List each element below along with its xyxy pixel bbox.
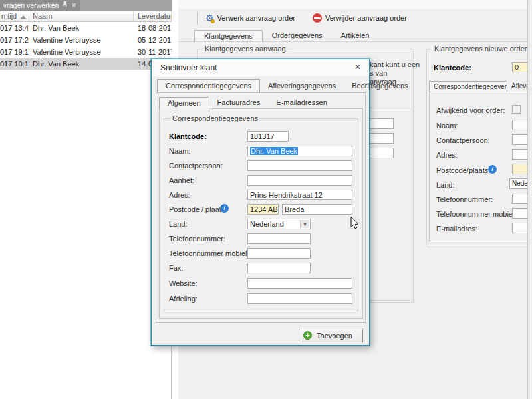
cell-date: 18-08-2017: [134, 22, 172, 34]
subtab-algemeen[interactable]: Algemeen: [159, 97, 209, 109]
emailadres-field[interactable]: [512, 223, 527, 233]
instruction-text-fragment: kant kunt u een: [370, 61, 420, 69]
adres-label: Adres:: [436, 151, 458, 159]
cell-time: 017 19:17: [0, 46, 29, 58]
close-icon[interactable]: ✕: [354, 63, 361, 72]
dialog-titlebar[interactable]: Snelinvoer klant ✕: [152, 59, 369, 76]
naam-label: Naam:: [436, 122, 458, 130]
land-combobox[interactable]: Nederland: [509, 178, 527, 189]
column-header-leverdatum[interactable]: Leverdatum: [134, 11, 172, 22]
add-button-label: Toevoegen: [312, 332, 362, 340]
right-edge-strip[interactable]: [527, 0, 532, 399]
adres-label: Adres:: [169, 191, 190, 199]
adres-field[interactable]: [512, 149, 527, 160]
land-label: Land:: [436, 181, 455, 189]
fax-field[interactable]: [247, 263, 311, 273]
subtab-factuuradres[interactable]: Factuuradres: [209, 97, 269, 109]
toolbar: ⚙ Verwerk aanvraag order Verwijder aanvr…: [178, 9, 527, 27]
column-header-naam[interactable]: Naam: [29, 11, 134, 22]
info-icon[interactable]: i: [488, 165, 497, 174]
postcode-field[interactable]: [512, 164, 527, 174]
cell-date: 05-12-2017: [134, 34, 172, 46]
tab-afleveringsgegevens[interactable]: Afleveringsgegevens: [507, 81, 527, 92]
naam-field[interactable]: [512, 120, 527, 130]
telefoonnummer-mobiel-field[interactable]: [512, 208, 527, 219]
afdeling-field[interactable]: [247, 293, 352, 304]
process-request-label: Verwerk aanvraag order: [217, 14, 295, 22]
telefoonnummer-label: Telefoonnummer:: [169, 235, 225, 243]
document-tab-aanvragen-verwerken[interactable]: vragen verwerken ✕: [0, 0, 80, 11]
table-row[interactable]: 017 17:20 Valentine Vercruysse 05-12-201…: [0, 34, 172, 46]
klantcode-label: Klantcode:: [169, 132, 207, 140]
gears-icon: ⚙: [205, 13, 214, 23]
add-button[interactable]: + Toevoegen: [299, 329, 363, 342]
tab-correspondentiegegevens[interactable]: Correspondentiegegevens: [157, 79, 260, 93]
emailadres-label: E-mailadres:: [436, 225, 477, 233]
pin-icon[interactable]: [62, 0, 68, 11]
tab-bedrijfsgegevens[interactable]: Bedrijfsgegevens: [344, 79, 416, 93]
tab-klantgegevens[interactable]: Klantgegevens: [194, 30, 263, 41]
klantcode-field[interactable]: 0: [512, 62, 527, 72]
cell-name: Valentine Vercruysse: [29, 46, 134, 58]
cell-time: 017 10:11: [0, 58, 29, 70]
no-entry-icon: [313, 13, 322, 23]
telefoonnummer-field[interactable]: [247, 233, 311, 244]
main-top-strip: [178, 0, 527, 9]
info-icon[interactable]: i: [220, 204, 229, 213]
selected-text: Dhr. Van Beek: [250, 147, 298, 155]
document-tabstrip: vragen verwerken ✕: [0, 0, 172, 11]
tab-correspondentiegegevens[interactable]: Correspondentiegegevens: [429, 81, 507, 92]
table-row[interactable]: 017 13:46 Dhr. Van Beek 18-08-2017: [0, 22, 172, 34]
telefoonnummer-label: Telefoonnummer:: [436, 196, 493, 203]
postcode-plaats-label: Postcode / plaats:: [169, 205, 227, 213]
request-group-title: Klantgegevens aanvraag: [203, 45, 288, 53]
aanhef-field[interactable]: [247, 175, 352, 186]
afwijkend-label: Afwijkend voor order:: [436, 106, 505, 114]
klantcode-field[interactable]: 181317: [247, 131, 289, 142]
website-field[interactable]: [247, 278, 352, 289]
table-row-selected[interactable]: 017 10:11 Dhr. Van Beek 14-0: [0, 58, 172, 70]
postcode-field[interactable]: 1234 AB: [247, 204, 279, 215]
afdeling-label: Afdeling:: [169, 295, 198, 303]
telefoonnummer-mobiel-label: Telefoonnummer mobiel:: [436, 210, 516, 218]
telefoonnummer-mobiel-label: Telefoonnummer mobiel:: [169, 249, 249, 257]
land-combobox[interactable]: Nederland▾: [247, 219, 311, 229]
telefoonnummer-mobiel-field[interactable]: [247, 248, 311, 259]
main-tabstrip: Klantgegevens Ordergegevens Artikelen: [194, 30, 378, 41]
document-tab-label: vragen verwerken: [3, 0, 59, 11]
tab-ordergegevens[interactable]: Ordergegevens: [263, 30, 332, 41]
tab-artikelen[interactable]: Artikelen: [332, 30, 379, 41]
land-label: Land:: [169, 220, 188, 228]
toolbar-separator: [197, 11, 198, 25]
postcode-plaats-label: Postcode/plaats:: [436, 166, 490, 174]
plaats-field[interactable]: Breda: [282, 204, 352, 215]
contactpersoon-field[interactable]: [247, 160, 352, 171]
chevron-down-icon[interactable]: ▾: [300, 220, 309, 228]
contactpersoon-field[interactable]: [512, 134, 527, 145]
correspondence-group-title: Correspondentiegegevens: [170, 114, 260, 122]
cell-name: Valentine Vercruysse: [29, 34, 134, 46]
table-body: 017 13:46 Dhr. Van Beek 18-08-2017 017 1…: [0, 22, 172, 70]
aanhef-label: Aanhef:: [169, 176, 194, 184]
fax-label: Fax:: [169, 264, 183, 272]
naam-field[interactable]: Dhr. Van Beek: [247, 146, 352, 156]
close-icon[interactable]: ✕: [71, 0, 76, 11]
afwijkend-checkbox[interactable]: [512, 105, 521, 114]
adres-field[interactable]: Prins Hendrikstraat 12: [247, 190, 352, 200]
plus-icon: +: [303, 331, 312, 340]
subtab-emailadressen[interactable]: E-mailadressen: [268, 97, 334, 109]
contactpersoon-label: Contactpersoon:: [436, 136, 490, 144]
telefoonnummer-field[interactable]: [512, 194, 527, 204]
column-header-tijd[interactable]: n tijd: [0, 11, 29, 22]
mouse-cursor: [350, 217, 360, 231]
delete-request-label: Verwijder aanvraag order: [325, 14, 407, 22]
cell-date: 30-11-2017: [134, 46, 172, 58]
delete-request-button[interactable]: Verwijder aanvraag order: [309, 11, 411, 25]
process-request-button[interactable]: ⚙ Verwerk aanvraag order: [201, 11, 299, 25]
dialog-subtabstrip: Algemeen Factuuradres E-mailadressen: [159, 97, 335, 109]
tab-afleveringsgegevens[interactable]: Afleveringsgegevens: [260, 79, 344, 93]
cell-name: Dhr. Van Beek: [29, 58, 134, 70]
table-row[interactable]: 017 19:17 Valentine Vercruysse 30-11-201…: [0, 46, 172, 58]
table-header: n tijd Naam Leverdatum: [0, 11, 172, 22]
tabpage-border: [178, 41, 527, 42]
